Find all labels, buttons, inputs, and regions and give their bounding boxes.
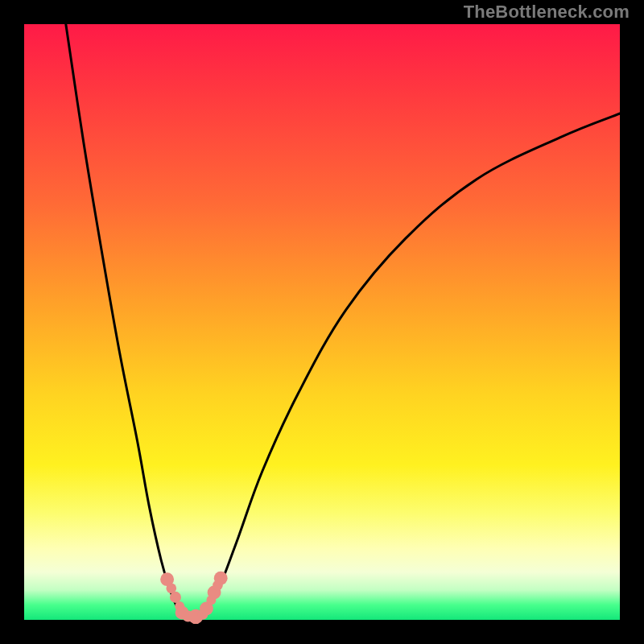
bottleneck-curve-left-branch	[66, 24, 185, 617]
curve-svg	[24, 24, 620, 620]
chart-frame: TheBottleneck.com	[0, 0, 644, 644]
trough-marker	[214, 572, 228, 585]
watermark-text: TheBottleneck.com	[464, 2, 630, 23]
bottleneck-curve-right-branch	[203, 114, 620, 617]
trough-marker	[170, 592, 181, 603]
